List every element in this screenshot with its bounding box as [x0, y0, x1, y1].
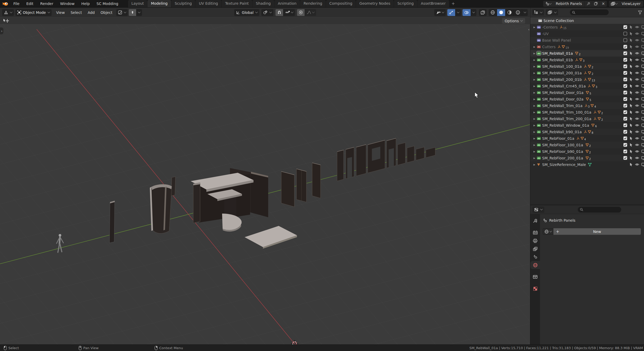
- selectable-toggle[interactable]: [629, 71, 633, 75]
- disable-viewport-toggle[interactable]: [641, 143, 644, 147]
- selectable-toggle[interactable]: [629, 117, 633, 121]
- menu-help[interactable]: Help: [78, 0, 93, 7]
- transform-arrow-button[interactable]: [129, 9, 136, 16]
- outliner-display-mode-button[interactable]: [546, 9, 558, 15]
- snap-toggle-button[interactable]: [276, 9, 283, 16]
- outliner-item-sm-rebwall-b90-01a[interactable]: ▶SM_RebWall_b90_01a8: [530, 129, 644, 135]
- selectable-toggle[interactable]: [629, 156, 633, 160]
- shading-dropdown[interactable]: [522, 9, 528, 16]
- selectable-toggle[interactable]: [629, 163, 633, 166]
- hide-viewport-toggle[interactable]: [635, 58, 639, 62]
- tab-animation[interactable]: Animation: [274, 0, 300, 7]
- hide-viewport-toggle[interactable]: [635, 124, 639, 127]
- pivot-point-button[interactable]: [261, 9, 273, 16]
- disable-viewport-toggle[interactable]: [641, 38, 644, 42]
- toolbar-expand-tab[interactable]: ›: [0, 27, 3, 34]
- disable-viewport-toggle[interactable]: [641, 25, 644, 29]
- disable-viewport-toggle[interactable]: [641, 52, 644, 55]
- outliner-item-cutters[interactable]: ▶Cutters19: [530, 43, 644, 50]
- exclude-checkbox[interactable]: [623, 136, 627, 140]
- properties-tab-view-layer[interactable]: [530, 245, 540, 253]
- outliner-item-sm-rebwall-trim-100-01a[interactable]: ▶SM_RebWall_Trim_100_01a2: [530, 109, 644, 115]
- disable-viewport-toggle[interactable]: [641, 110, 644, 114]
- outliner-item-sm-rebfloor-200-01a[interactable]: ▶SM_RebFloor_200_01a2: [530, 155, 644, 161]
- tab-sculpting[interactable]: Sculpting: [171, 0, 195, 7]
- hide-viewport-toggle[interactable]: [635, 65, 639, 68]
- outliner-item-scene-collection[interactable]: Scene Collection: [530, 17, 644, 24]
- expand-icon[interactable]: ▶: [532, 137, 537, 140]
- disable-viewport-toggle[interactable]: [641, 91, 644, 94]
- disable-viewport-toggle[interactable]: [641, 32, 644, 36]
- expand-icon[interactable]: ▶: [532, 26, 537, 29]
- editor-type-button[interactable]: [2, 9, 14, 16]
- exclude-checkbox[interactable]: [623, 38, 627, 42]
- exclude-checkbox[interactable]: [623, 51, 627, 55]
- exclude-checkbox[interactable]: [623, 45, 627, 49]
- expand-icon[interactable]: ▶: [532, 91, 537, 94]
- pin-scene-button[interactable]: [585, 1, 592, 7]
- outliner-item-sm-rebwall-200-01b[interactable]: ▶SM_RebWall_200_01b13: [530, 76, 644, 83]
- expand-icon[interactable]: ▶: [532, 111, 537, 114]
- selectable-toggle[interactable]: [629, 77, 633, 81]
- exclude-checkbox[interactable]: [623, 25, 627, 29]
- disable-viewport-toggle[interactable]: [641, 156, 644, 160]
- tab-rendering[interactable]: Rendering: [300, 0, 326, 7]
- hide-viewport-toggle[interactable]: [635, 163, 639, 166]
- outliner-item-sm-rebwall-100-01a[interactable]: ▶SM_RebWall_100_01a2: [530, 63, 644, 70]
- mode-selector[interactable]: Object Mode: [15, 9, 52, 16]
- sidebar-expand-tab[interactable]: ‹: [528, 27, 530, 31]
- selectable-toggle[interactable]: [629, 58, 633, 62]
- selectable-toggle[interactable]: [629, 136, 633, 140]
- options-dropdown[interactable]: Options: [502, 18, 525, 24]
- tab-texture-paint[interactable]: Texture Paint: [222, 0, 252, 7]
- expand-icon[interactable]: ▶: [532, 131, 537, 133]
- hide-viewport-toggle[interactable]: [635, 84, 639, 88]
- selectable-toggle[interactable]: [629, 51, 633, 55]
- outliner-item-sm-rebwall-trim-200-01a[interactable]: ▶SM_RebWall_Trim_200_01a2: [530, 115, 644, 122]
- properties-tab-scene[interactable]: [530, 253, 540, 261]
- outliner-item-sm-rebwall-window-01a[interactable]: ▶SM_RebWall_Window_01a6: [530, 122, 644, 129]
- hide-viewport-toggle[interactable]: [635, 25, 639, 29]
- outliner-item-sm-rebfloor-01a[interactable]: ▶SM_RebFloor_01a4: [530, 135, 644, 142]
- selectable-toggle[interactable]: [629, 84, 633, 88]
- outliner-item--centers[interactable]: ▶-Centers15: [530, 24, 644, 30]
- selectable-toggle[interactable]: [629, 143, 633, 147]
- exclude-checkbox[interactable]: [623, 97, 627, 101]
- selectable-toggle[interactable]: [629, 32, 633, 36]
- tab-assetbrowser[interactable]: AssetBrowser: [417, 0, 449, 7]
- shading-solid-button[interactable]: [497, 9, 505, 16]
- hide-viewport-toggle[interactable]: [635, 156, 639, 160]
- selectable-toggle[interactable]: [629, 64, 633, 68]
- exclude-checkbox[interactable]: [623, 32, 627, 36]
- properties-tab-output[interactable]: [530, 237, 540, 245]
- outliner-filter-button[interactable]: [638, 10, 642, 14]
- outliner-search-input[interactable]: [570, 9, 609, 15]
- exclude-checkbox[interactable]: [623, 64, 627, 68]
- exclude-checkbox[interactable]: [623, 156, 627, 160]
- new-scene-button[interactable]: [592, 1, 599, 7]
- menu-sc-modding[interactable]: SC Modding: [93, 0, 122, 7]
- floor-panel[interactable]: [245, 226, 297, 249]
- selectable-toggle[interactable]: [629, 97, 633, 101]
- shading-rendered-button[interactable]: [514, 9, 522, 16]
- outliner-item-sm-rebwall-01a[interactable]: ▶SM_RebWall_01a2: [530, 50, 644, 57]
- shading-wireframe-button[interactable]: [489, 9, 497, 16]
- disable-viewport-toggle[interactable]: [641, 150, 644, 153]
- hide-viewport-toggle[interactable]: [635, 91, 639, 94]
- selectable-toggle[interactable]: [629, 149, 633, 153]
- outliner-item-sm-rebfloor-100-01a[interactable]: ▶SM_RebFloor_100_01a2: [530, 142, 644, 148]
- disable-viewport-toggle[interactable]: [641, 78, 644, 81]
- expand-icon[interactable]: ▶: [532, 124, 537, 127]
- hide-viewport-toggle[interactable]: [635, 52, 639, 55]
- outliner-item-sm-rebwall-trim-01a[interactable]: ▶SM_RebWall_Trim_01a34: [530, 102, 644, 109]
- disable-viewport-toggle[interactable]: [641, 124, 644, 127]
- selectable-toggle[interactable]: [629, 38, 633, 42]
- exclude-checkbox[interactable]: [623, 104, 627, 108]
- door-wall-panels[interactable]: [281, 163, 321, 207]
- viewport-canvas[interactable]: [0, 24, 530, 344]
- viewport-3d[interactable]: › ‹: [0, 24, 530, 344]
- disable-viewport-toggle[interactable]: [641, 84, 644, 88]
- hide-viewport-toggle[interactable]: [635, 71, 639, 75]
- hide-viewport-toggle[interactable]: [635, 130, 639, 133]
- tab-modeling[interactable]: Modeling: [147, 0, 171, 7]
